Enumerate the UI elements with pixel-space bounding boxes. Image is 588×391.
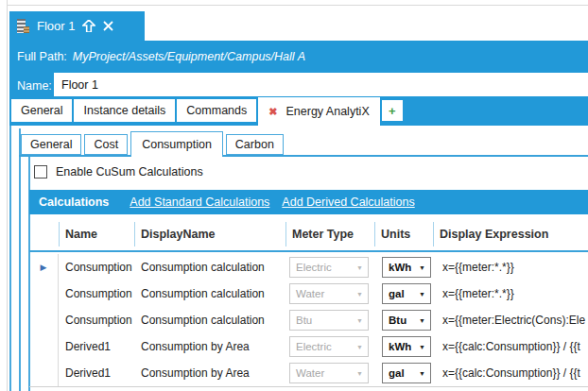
header-display-name[interactable]: DisplayName (134, 222, 285, 246)
units-dropdown[interactable]: kWh▼ (382, 257, 431, 278)
full-path-label: Full Path: (17, 50, 67, 63)
building-icon (17, 19, 29, 33)
table-row[interactable]: Consumption Consumption calculation Btu▼… (29, 307, 588, 333)
meter-type-dropdown[interactable]: Water▼ (289, 283, 369, 304)
parent-panel-divider (7, 0, 8, 391)
enable-cusum-row: Enable CuSum Calculations (34, 165, 203, 178)
row-selector-cell[interactable] (29, 307, 59, 333)
plus-icon: + (389, 104, 396, 118)
row-selector-cell[interactable]: ▶ (29, 254, 59, 280)
table-row[interactable]: ▶ Consumption Consumption calculation El… (29, 254, 588, 280)
subtab-general[interactable]: General (21, 134, 81, 155)
sub-tab-strip: General Cost Consumption Carbon (19, 130, 588, 157)
header-row-selector (29, 222, 59, 246)
full-path-value: MyProject/Assets/Equipment/Campus/Hall A (73, 50, 305, 63)
units-cell: kWh▼ (374, 336, 433, 357)
cell-display-name[interactable]: Consumption calculation (134, 314, 285, 327)
chevron-down-icon: ▼ (419, 370, 425, 377)
parent-panel-divider (8, 5, 588, 6)
chevron-down-icon: ▼ (356, 291, 363, 298)
meter-type-cell: Water▼ (285, 363, 374, 383)
cell-display-name[interactable]: Consumption by Area (134, 340, 285, 353)
units-cell: gal▼ (374, 363, 433, 383)
document-tab-title: Floor 1 (37, 19, 75, 33)
units-cell: gal▼ (374, 283, 433, 304)
cell-display-expression[interactable]: x={{meter:Electric(Cons):Ele (433, 314, 588, 327)
cell-display-name[interactable]: Consumption calculation (134, 287, 285, 300)
chevron-down-icon: ▼ (356, 370, 363, 377)
subtab-carbon[interactable]: Carbon (226, 134, 284, 155)
header-meter-type[interactable]: Meter Type (285, 222, 374, 246)
subtab-consumption[interactable]: Consumption (130, 131, 223, 157)
row-selector-cell[interactable] (29, 280, 59, 307)
meter-type-cell: Electric▼ (285, 257, 374, 278)
units-cell: Btu▼ (374, 310, 433, 331)
cell-display-expression[interactable]: x={{meter:*.*}} (433, 287, 588, 300)
tab-commands[interactable]: Commands (177, 99, 256, 122)
chevron-down-icon: ▼ (419, 291, 425, 298)
cell-name[interactable]: Consumption (59, 287, 134, 300)
units-dropdown[interactable]: gal▼ (382, 283, 431, 304)
navigate-up-icon[interactable] (82, 20, 95, 32)
meter-type-cell: Btu▼ (285, 310, 374, 331)
table-row[interactable]: Derived1 Consumption by Area Water▼ gal▼… (29, 360, 588, 386)
units-dropdown[interactable]: Btu▼ (382, 310, 431, 331)
row-selector-cell[interactable] (29, 333, 59, 360)
table-row[interactable]: Derived1 Consumption by Area Electric▼ k… (29, 333, 588, 360)
close-icon[interactable] (103, 21, 113, 31)
cell-display-expression[interactable]: x={{calc:Consumption}} / {{t (433, 340, 588, 353)
units-cell: kWh▼ (374, 257, 433, 278)
tab-instance-details[interactable]: Instance details (74, 99, 175, 122)
meter-type-dropdown[interactable]: Water▼ (289, 363, 369, 383)
full-path-row: Full Path:MyProject/Assets/Equipment/Cam… (17, 50, 305, 63)
selected-row-icon: ▶ (41, 264, 47, 272)
add-tab-button[interactable]: + (382, 100, 403, 121)
chevron-down-icon: ▼ (356, 344, 363, 350)
tab-general[interactable]: General (11, 99, 72, 122)
cell-display-expression[interactable]: x={{meter:*.*}} (433, 261, 588, 274)
chevron-down-icon: ▼ (356, 317, 363, 324)
cell-name[interactable]: Derived1 (59, 340, 134, 353)
subtab-cost[interactable]: Cost (84, 134, 128, 155)
cell-name[interactable]: Consumption (59, 261, 134, 274)
cell-name[interactable]: Derived1 (59, 366, 134, 380)
meter-type-dropdown[interactable]: Electric▼ (289, 336, 369, 357)
tab-energy-analytix[interactable]: ✖ Energy AnalytiX (258, 97, 379, 126)
document-tab-floor1[interactable]: Floor 1 (9, 11, 145, 41)
add-derived-calculations-link[interactable]: Add Derived Calculations (282, 196, 414, 209)
panel-border (9, 126, 11, 391)
row-selector-cell[interactable] (29, 360, 59, 386)
add-standard-calculations-link[interactable]: Add Standard Calculations (130, 196, 269, 209)
cell-display-expression[interactable]: x={{calc:Consumption}} / {{t (433, 366, 588, 380)
unsaved-changes-icon: ✖ (268, 106, 277, 118)
calculations-table-header: Name DisplayName Meter Type Units Displa… (29, 218, 588, 252)
name-input[interactable] (54, 73, 588, 96)
enable-cusum-label: Enable CuSum Calculations (56, 165, 203, 178)
meter-type-cell: Electric▼ (285, 336, 374, 357)
header-units[interactable]: Units (374, 222, 433, 246)
cell-display-name[interactable]: Consumption calculation (134, 261, 285, 274)
panel-border (19, 128, 21, 391)
calculations-title: Calculations (39, 196, 109, 209)
chevron-down-icon: ▼ (419, 317, 425, 324)
meter-type-cell: Water▼ (285, 283, 374, 304)
chevron-down-icon: ▼ (356, 264, 363, 271)
units-dropdown[interactable]: kWh▼ (382, 336, 431, 357)
meter-type-dropdown[interactable]: Btu▼ (289, 310, 369, 331)
enable-cusum-checkbox[interactable] (34, 165, 47, 178)
calculations-table-body: ▶ Consumption Consumption calculation El… (29, 254, 588, 387)
app-window: Floor 1 Full Path:MyProject/Assets/Equip… (0, 0, 588, 391)
meter-type-dropdown[interactable]: Electric▼ (289, 257, 369, 278)
cell-display-name[interactable]: Consumption by Area (134, 366, 285, 380)
calculations-header-bar: Calculations Add Standard Calculations A… (29, 190, 588, 214)
cell-name[interactable]: Consumption (59, 314, 134, 327)
table-row[interactable]: Consumption Consumption calculation Wate… (29, 280, 588, 307)
chevron-down-icon: ▼ (419, 344, 425, 350)
header-display-expression[interactable]: Display Expression (433, 222, 588, 246)
name-label: Name: (17, 79, 52, 93)
chevron-down-icon: ▼ (419, 264, 425, 271)
units-dropdown[interactable]: gal▼ (382, 363, 431, 383)
main-tab-strip: General Instance details Commands ✖ Ener… (9, 97, 588, 126)
header-name[interactable]: Name (59, 222, 134, 246)
